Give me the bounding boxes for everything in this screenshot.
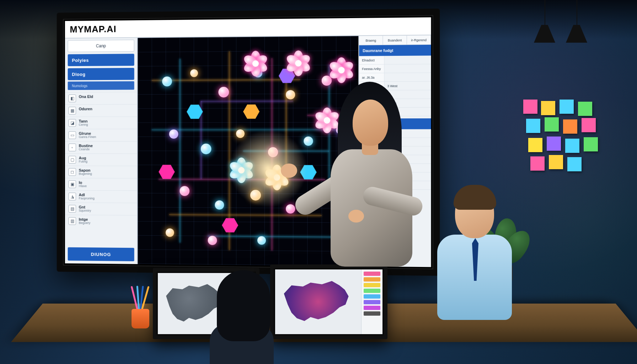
sticky-note bbox=[528, 138, 542, 152]
sticky-note bbox=[541, 101, 555, 115]
sidebar-item-3[interactable]: ▭GlruneGanra Finen bbox=[65, 129, 137, 141]
sidebar-item-icon: ▢ bbox=[69, 156, 76, 164]
sidebar-item-icon: ▥ bbox=[69, 217, 76, 225]
properties-header: Daumrane fudgt bbox=[359, 45, 431, 56]
sidebar-top-button[interactable]: Canp bbox=[68, 40, 134, 52]
sidebar-item-6[interactable]: ◻SaponBugening bbox=[65, 166, 137, 178]
graph-node bbox=[286, 90, 295, 99]
sticky-note bbox=[567, 157, 582, 171]
sidebar-item-icon: ▣ bbox=[69, 180, 76, 188]
sidebar-item-sublabel: Ganra Finen bbox=[79, 135, 96, 139]
sidebar-item-9[interactable]: ▤GntSqunniry bbox=[65, 202, 137, 215]
sidebar-item-label: Ona Eld bbox=[79, 95, 93, 99]
graph-node bbox=[286, 204, 295, 214]
sidebar-item-sublabel: Ceande bbox=[79, 148, 93, 151]
sidebar-item-4[interactable]: ▫BustineCeande bbox=[65, 141, 137, 154]
sidebar-item-sublabel: Begoery bbox=[79, 221, 91, 225]
graph-node bbox=[236, 129, 245, 138]
sidebar-item-icon: ◪ bbox=[69, 119, 76, 127]
sidebar-item-sublabel: Faoproning bbox=[79, 197, 95, 200]
sidebar-item-1[interactable]: ▦Oduren bbox=[65, 104, 137, 117]
sticky-note bbox=[578, 102, 592, 116]
properties-tab-1[interactable]: Buandent bbox=[383, 36, 407, 45]
graph-node bbox=[257, 236, 266, 245]
properties-tab-2[interactable]: ir-Rgerend bbox=[407, 35, 431, 44]
sidebar-item-sublabel: Cenng bbox=[79, 123, 88, 127]
seated-person-front bbox=[199, 270, 277, 363]
seated-person-right bbox=[423, 185, 515, 320]
sidebar-item-sublabel: Bugening bbox=[79, 172, 92, 176]
sidebar-item-icon: ▭ bbox=[69, 131, 76, 139]
sticky-note bbox=[560, 100, 574, 114]
sidebar-item-icon: ▦ bbox=[69, 107, 76, 114]
sticky-note bbox=[565, 139, 579, 153]
titlebar: MYMAP.AI bbox=[65, 17, 431, 39]
graph-node bbox=[162, 76, 172, 86]
sidebar-item-icon: ▫ bbox=[69, 144, 76, 151]
app-brand: MYMAP.AI bbox=[70, 23, 116, 35]
sidebar-item-10[interactable]: ▥IntgeBegoery bbox=[65, 215, 137, 228]
sidebar-item-sublabel: Futing bbox=[79, 160, 87, 164]
scene-root: MYMAP.AI Canp Polyies Dloog Numologs ◧On… bbox=[0, 0, 637, 364]
graph-flower-node bbox=[286, 51, 311, 76]
sticky-note bbox=[547, 136, 561, 151]
sidebar-item-7[interactable]: ▣IoHlave bbox=[65, 178, 137, 190]
pendant-lamp bbox=[562, 0, 591, 57]
sidebar-item-icon: ◧ bbox=[69, 95, 76, 102]
graph-node bbox=[190, 69, 198, 77]
sticky-note bbox=[545, 117, 559, 132]
sidebar-footer-button[interactable]: DIUNOG bbox=[68, 247, 134, 261]
sidebar-item-2[interactable]: ◪TannCenng bbox=[65, 117, 137, 129]
sidebar-item-0[interactable]: ◧Ona Eld bbox=[65, 92, 137, 104]
sidebar-item-8[interactable]: ◮AdlFaoproning bbox=[65, 190, 137, 203]
graph-flower-node bbox=[243, 51, 268, 76]
graph-node bbox=[166, 228, 174, 237]
sidebar-tab-1[interactable]: Dloog bbox=[68, 68, 134, 80]
sticky-note bbox=[526, 119, 540, 133]
sidebar-item-icon: ◮ bbox=[69, 193, 76, 200]
sidebar-subheader: Numologs bbox=[68, 81, 134, 90]
sidebar-item-icon: ◻ bbox=[69, 168, 76, 176]
sticky-note bbox=[530, 156, 545, 171]
pendant-lamp bbox=[530, 0, 559, 57]
prop-row-0[interactable]: Feessa Anby bbox=[359, 64, 431, 73]
sticky-note bbox=[582, 118, 596, 132]
sidebar-list: ◧Ona Eld▦Oduren◪TannCenng▭GlruneGanra Fi… bbox=[65, 92, 137, 246]
presenter-person bbox=[306, 75, 427, 302]
sidebar-item-sublabel: Squnniry bbox=[79, 209, 91, 213]
prop-section: Elnadoct bbox=[359, 56, 384, 64]
sticky-note bbox=[563, 119, 577, 134]
graph-node bbox=[215, 200, 224, 210]
sticky-note bbox=[549, 155, 563, 169]
sticky-note bbox=[523, 100, 537, 114]
graph-node bbox=[208, 236, 217, 245]
sidebar-item-label: Oduren bbox=[79, 107, 92, 111]
sticky-note bbox=[584, 137, 598, 151]
graph-node bbox=[180, 186, 189, 196]
sidebar-item-5[interactable]: ▢AugFuting bbox=[65, 154, 137, 166]
graph-node bbox=[201, 144, 212, 154]
sticky-notes-wall bbox=[523, 100, 616, 178]
properties-tab-0[interactable]: Braeng bbox=[359, 36, 383, 45]
properties-tabs: Braeng Buandent ir-Rgerend bbox=[359, 35, 431, 45]
sidebar-item-icon: ▤ bbox=[69, 205, 76, 213]
sidebar: Canp Polyies Dloog Numologs ◧Ona Eld▦Odu… bbox=[65, 38, 138, 264]
graph-node bbox=[169, 129, 178, 139]
pencil-cup bbox=[128, 289, 153, 328]
sidebar-item-sublabel: Hlave bbox=[79, 184, 87, 188]
sidebar-tab-0[interactable]: Polyies bbox=[68, 54, 134, 66]
graph-node bbox=[218, 87, 229, 97]
